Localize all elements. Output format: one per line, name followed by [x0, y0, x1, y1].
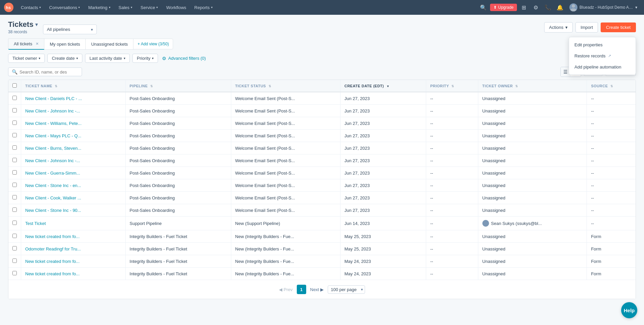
- import-button[interactable]: Import: [575, 22, 598, 33]
- account-switcher[interactable]: Blueadz - HubSpot Demo Account ▾: [567, 2, 640, 13]
- filter-create-date[interactable]: Create date ▾: [47, 54, 82, 63]
- tab-unassigned-tickets[interactable]: Unassigned tickets: [86, 39, 133, 50]
- row-2-checkbox[interactable]: [12, 121, 17, 125]
- next-page-button[interactable]: Next ▶: [310, 287, 324, 292]
- table-row: New ticket created from fo...Integrity B…: [8, 268, 636, 280]
- ticket-name-cell: New Client - Daniels PLC - ...: [21, 92, 126, 105]
- row-7-checkbox[interactable]: [12, 183, 17, 187]
- th-select-all[interactable]: [8, 80, 21, 92]
- row-13-checkbox[interactable]: [12, 259, 17, 263]
- tabs-bar: All tickets ✕ My open tickets Unassigned…: [8, 38, 636, 50]
- svg-point-5: [483, 224, 488, 227]
- row-0-checkbox[interactable]: [12, 96, 17, 100]
- th-ticket-name[interactable]: Ticket Name ⇅: [21, 80, 126, 92]
- nav-conversations[interactable]: Conversations ▾: [46, 3, 83, 12]
- ticket-name-link[interactable]: Test Ticket: [25, 221, 92, 226]
- row-14-checkbox[interactable]: [12, 271, 17, 275]
- ticket-name-link[interactable]: New Client - Burns, Steven...: [25, 146, 92, 151]
- ticket-name-link[interactable]: New Client - Stone Inc - en...: [25, 183, 92, 188]
- ticket-name-link[interactable]: New ticket created from fo...: [25, 271, 92, 276]
- dropdown-add-pipeline-automation[interactable]: Add pipeline automation: [569, 61, 636, 73]
- nav-marketing-caret: ▾: [109, 6, 111, 9]
- ticket-name-link[interactable]: Odomoter Readingf for Tru...: [25, 246, 92, 251]
- page-title-caret[interactable]: ▾: [35, 22, 38, 27]
- create-ticket-button[interactable]: Create ticket: [601, 22, 636, 32]
- tickets-table-wrap: Ticket Name ⇅ Pipeline ⇅ Ticket Status ⇅…: [8, 80, 636, 299]
- row-9-checkbox[interactable]: [12, 207, 17, 212]
- table-row: New Client - Mays PLC - Q...Post-Sales O…: [8, 130, 636, 142]
- settings-icon-button[interactable]: ⚙: [530, 2, 541, 13]
- ticket-name-link[interactable]: New Client - Williams, Pete...: [25, 121, 92, 126]
- pipeline-cell: Integrity Builders - Fuel Ticket: [125, 243, 231, 255]
- tab-all-tickets[interactable]: All tickets ✕: [8, 38, 44, 50]
- notifications-icon-button[interactable]: 🔔: [555, 2, 565, 13]
- prev-page-button[interactable]: ◀ Prev: [279, 287, 293, 292]
- search-icon-button[interactable]: 🔍: [478, 2, 489, 13]
- row-4-checkbox[interactable]: [12, 145, 17, 150]
- th-ticket-status[interactable]: Ticket Status ⇅: [231, 80, 340, 92]
- dropdown-edit-properties[interactable]: Edit properties: [569, 39, 636, 50]
- row-10-checkbox[interactable]: [12, 221, 17, 225]
- nav-service[interactable]: Service ▾: [137, 3, 161, 12]
- filter-ticket-owner[interactable]: Ticket owner ▾: [8, 54, 45, 63]
- filter-last-activity-date[interactable]: Last activity date ▾: [85, 54, 130, 63]
- priority-cell: --: [426, 243, 478, 255]
- tab-all-tickets-close[interactable]: ✕: [36, 42, 39, 46]
- ticket-name-link[interactable]: New Client - Daniels PLC - ...: [25, 96, 92, 101]
- create-date-cell: May 25, 2023: [340, 243, 426, 255]
- th-source[interactable]: Source ⇅: [587, 80, 636, 92]
- create-date-cell: Jun 27, 2023: [340, 105, 426, 117]
- ticket-name-cell: New Client - Johnson Inc -...: [21, 105, 126, 117]
- th-priority[interactable]: Priority ⇅: [426, 80, 478, 92]
- ticket-name-link[interactable]: New Client - Johnson Inc -...: [25, 108, 92, 113]
- ticket-name-link[interactable]: New Client - Cook, Walker ...: [25, 195, 92, 200]
- th-ticket-owner[interactable]: Ticket Owner ⇅: [478, 80, 587, 92]
- nav-sales[interactable]: Sales ▾: [115, 3, 136, 12]
- row-6-checkbox[interactable]: [12, 170, 17, 175]
- th-pipeline[interactable]: Pipeline ⇅: [125, 80, 231, 92]
- nav-contacts[interactable]: Contacts ▾: [17, 3, 44, 12]
- ticket-name-link[interactable]: New Client - Guerra-Simm...: [25, 171, 92, 176]
- sort-pipeline-icon: ⇅: [150, 85, 153, 88]
- pipeline-selector[interactable]: All pipelines: [43, 25, 97, 34]
- filter-priority[interactable]: Priority ▾: [132, 54, 158, 63]
- upgrade-button[interactable]: ⬆ Upgrade: [490, 4, 517, 11]
- ticket-name-link[interactable]: New Client - Johnson Inc -...: [25, 158, 92, 163]
- row-11-checkbox[interactable]: [12, 234, 17, 238]
- owner-name: Unassigned: [482, 271, 506, 276]
- phone-icon-button[interactable]: 📞: [542, 2, 553, 13]
- row-5-checkbox[interactable]: [12, 158, 17, 162]
- row-8-checkbox[interactable]: [12, 195, 17, 199]
- search-input[interactable]: [19, 69, 78, 75]
- nav-reports[interactable]: Reports ▾: [191, 3, 216, 12]
- select-all-checkbox[interactable]: [12, 83, 17, 88]
- tab-my-open-tickets[interactable]: My open tickets: [44, 39, 86, 50]
- owner-name: Unassigned: [482, 183, 506, 188]
- owner-name: Unassigned: [482, 108, 506, 113]
- nav-workflows[interactable]: Workflows: [163, 3, 190, 12]
- source-cell: --: [587, 92, 636, 105]
- row-3-checkbox[interactable]: [12, 133, 17, 137]
- source-cell: --: [587, 179, 636, 192]
- ticket-name-link[interactable]: New ticket created from fo...: [25, 259, 92, 264]
- nav-marketing[interactable]: Marketing ▾: [85, 3, 114, 12]
- owner-name: Unassigned: [482, 234, 506, 239]
- actions-button[interactable]: Actions ▾: [544, 22, 573, 33]
- row-12-checkbox[interactable]: [12, 246, 17, 250]
- ticket-name-link[interactable]: New ticket created from fo...: [25, 234, 92, 239]
- page-container: Tickets ▾ 38 records All pipelines Actio…: [0, 15, 644, 305]
- advanced-filters-button[interactable]: ⚙ Advanced filters (0): [161, 54, 207, 63]
- add-view-button[interactable]: + Add view (3/50): [133, 39, 173, 49]
- th-create-date[interactable]: Create Date (EDT) ▼: [340, 80, 426, 92]
- row-checkbox-cell: [8, 243, 21, 255]
- ticket-name-link[interactable]: New Client - Stone Inc - 90...: [25, 208, 92, 213]
- marketplace-icon-button[interactable]: ⊞: [518, 2, 529, 13]
- row-1-checkbox[interactable]: [12, 108, 17, 112]
- dropdown-restore-records[interactable]: Restore records ↗: [569, 50, 636, 61]
- per-page-selector[interactable]: 100 per page 50 per page 25 per page: [328, 285, 365, 294]
- ticket-name-link[interactable]: New Client - Mays PLC - Q...: [25, 133, 92, 138]
- hubspot-logo[interactable]: hs: [4, 3, 13, 12]
- ticket-owner-cell: Unassigned: [478, 192, 587, 204]
- create-date-cell: Jun 27, 2023: [340, 92, 426, 105]
- ticket-name-cell: New Client - Williams, Pete...: [21, 117, 126, 130]
